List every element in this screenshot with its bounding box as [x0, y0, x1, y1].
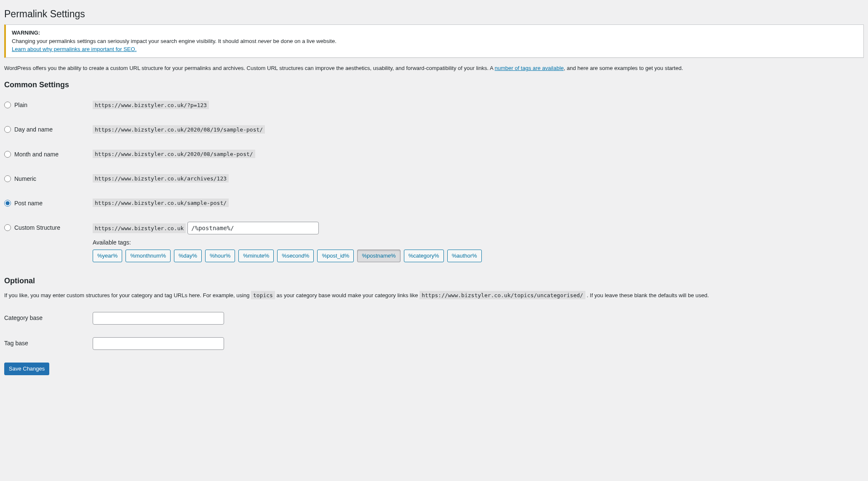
- option-custom-row: Custom Structure https://www.bizstyler.c…: [4, 215, 864, 269]
- optional-text-mid: as your category base would make your ca…: [275, 292, 419, 298]
- option-numeric-label[interactable]: Numeric: [4, 175, 84, 183]
- optional-text-before: If you like, you may enter custom struct…: [4, 292, 251, 298]
- tag-year-button[interactable]: %year%: [93, 250, 122, 262]
- tag-postname-button[interactable]: %postname%: [357, 250, 400, 262]
- optional-heading: Optional: [4, 277, 864, 285]
- tag-category-button[interactable]: %category%: [404, 250, 444, 262]
- option-post-name-label[interactable]: Post name: [4, 199, 84, 207]
- page-title: Permalink Settings: [4, 4, 864, 22]
- option-custom-label[interactable]: Custom Structure: [4, 224, 84, 231]
- option-day-name-radio[interactable]: [4, 126, 11, 133]
- option-post-name-row: Post name https://www.bizstyler.co.uk/sa…: [4, 191, 864, 215]
- tag-base-label: Tag base: [4, 339, 84, 347]
- permalink-structure-table: Plain https://www.bizstyler.co.uk/?p=123…: [4, 93, 864, 269]
- optional-code-url: https://www.bizstyler.co.uk/topics/uncat…: [419, 291, 585, 299]
- warning-text-emphasis: never: [258, 38, 272, 44]
- optional-text-after: . If you leave these blank the defaults …: [585, 292, 709, 298]
- tag-author-button[interactable]: %author%: [447, 250, 482, 262]
- option-month-name-label[interactable]: Month and name: [4, 150, 84, 158]
- option-plain-radio[interactable]: [4, 102, 11, 108]
- tag-minute-button[interactable]: %minute%: [238, 250, 274, 262]
- optional-description: If you like, you may enter custom struct…: [4, 291, 864, 300]
- warning-text-after: be done on a live website.: [272, 38, 337, 44]
- optional-code-topics: topics: [251, 291, 275, 299]
- option-day-name-label[interactable]: Day and name: [4, 126, 84, 133]
- tag-base-row: Tag base: [4, 331, 864, 356]
- option-day-name-text: Day and name: [14, 126, 53, 133]
- option-plain-text: Plain: [14, 101, 27, 109]
- option-numeric-radio[interactable]: [4, 175, 11, 182]
- custom-structure-input[interactable]: [187, 222, 319, 234]
- tag-day-button[interactable]: %day%: [174, 250, 202, 262]
- option-plain-example: https://www.bizstyler.co.uk/?p=123: [93, 101, 209, 109]
- tag-hour-button[interactable]: %hour%: [205, 250, 235, 262]
- option-numeric-row: Numeric https://www.bizstyler.co.uk/arch…: [4, 167, 864, 191]
- option-custom-radio[interactable]: [4, 224, 11, 231]
- warning-seo-link[interactable]: Learn about why permalinks are important…: [12, 46, 136, 52]
- custom-prefix: https://www.bizstyler.co.uk: [93, 223, 186, 233]
- option-custom-text: Custom Structure: [14, 224, 60, 231]
- category-base-input[interactable]: [93, 312, 224, 325]
- tag-base-input[interactable]: [93, 337, 224, 350]
- option-plain-label[interactable]: Plain: [4, 101, 84, 109]
- category-base-row: Category base: [4, 306, 864, 331]
- warning-notice: WARNING: Changing your permalinks settin…: [4, 24, 864, 58]
- tags-available-link[interactable]: number of tags are available: [494, 65, 564, 71]
- warning-text-before: Changing your permalinks settings can se…: [12, 38, 258, 44]
- common-settings-heading: Common Settings: [4, 81, 864, 89]
- tag-monthnum-button[interactable]: %monthnum%: [126, 250, 171, 262]
- category-base-label: Category base: [4, 314, 84, 322]
- option-post-name-text: Post name: [14, 199, 43, 207]
- option-numeric-example: https://www.bizstyler.co.uk/archives/123: [93, 174, 229, 183]
- option-day-name-row: Day and name https://www.bizstyler.co.uk…: [4, 117, 864, 142]
- option-month-name-radio[interactable]: [4, 151, 11, 158]
- intro-text-before: WordPress offers you the ability to crea…: [4, 65, 494, 71]
- intro-text-after: , and here are some examples to get you …: [564, 65, 683, 71]
- tag-postid-button[interactable]: %post_id%: [317, 250, 354, 262]
- save-changes-button[interactable]: Save Changes: [4, 363, 49, 375]
- available-tags-label: Available tags:: [93, 239, 860, 246]
- warning-label: WARNING:: [12, 30, 40, 36]
- intro-text: WordPress offers you the ability to crea…: [4, 64, 864, 73]
- option-post-name-radio[interactable]: [4, 200, 11, 207]
- tag-second-button[interactable]: %second%: [277, 250, 314, 262]
- option-month-name-row: Month and name https://www.bizstyler.co.…: [4, 142, 864, 167]
- option-day-name-example: https://www.bizstyler.co.uk/2020/08/19/s…: [93, 125, 265, 134]
- option-post-name-example: https://www.bizstyler.co.uk/sample-post/: [93, 199, 229, 207]
- option-month-name-example: https://www.bizstyler.co.uk/2020/08/samp…: [93, 150, 255, 158]
- option-month-name-text: Month and name: [14, 150, 59, 158]
- optional-table: Category base Tag base: [4, 306, 864, 356]
- option-numeric-text: Numeric: [14, 175, 36, 183]
- available-tags-list: %year% %monthnum% %day% %hour% %minute% …: [93, 250, 860, 262]
- option-plain-row: Plain https://www.bizstyler.co.uk/?p=123: [4, 93, 864, 117]
